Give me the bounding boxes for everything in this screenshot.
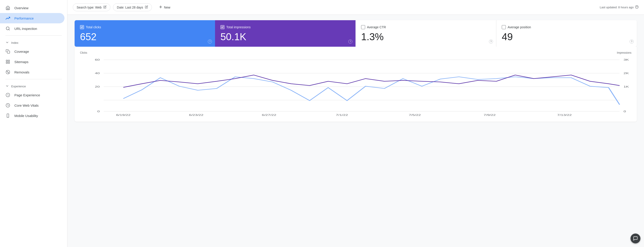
sidebar-item-core-web-vitals[interactable]: Core Web Vitals bbox=[0, 100, 64, 110]
svg-text:7/9/22: 7/9/22 bbox=[484, 114, 496, 117]
total-clicks-value: 652 bbox=[80, 31, 210, 42]
sitemaps-icon bbox=[6, 59, 10, 64]
topbar: Search type: Web Date: Last 28 days bbox=[68, 0, 644, 15]
feedback-button[interactable] bbox=[630, 234, 640, 244]
svg-line-1 bbox=[9, 29, 10, 30]
sidebar-item-overview-label: Overview bbox=[14, 6, 28, 10]
sidebar-item-mobile-usability[interactable]: Mobile Usability bbox=[0, 110, 64, 121]
sidebar-item-url-inspection[interactable]: URL inspection bbox=[0, 23, 64, 34]
svg-text:7/5/22: 7/5/22 bbox=[409, 114, 421, 117]
removals-icon bbox=[6, 70, 10, 74]
chart-wrapper: 60 40 20 0 3K 2K 1K 0 6/19/22 6/23/22 6/… bbox=[80, 55, 632, 118]
search-type-filter[interactable]: Search type: Web bbox=[73, 3, 110, 11]
sidebar-divider-1 bbox=[6, 35, 62, 36]
metrics-row: Total clicks 652 ? Total impressions 50.… bbox=[74, 20, 637, 47]
sidebar-item-page-experience[interactable]: Page Experience bbox=[0, 90, 64, 100]
sidebar-item-sitemaps-label: Sitemaps bbox=[14, 60, 28, 64]
svg-rect-5 bbox=[8, 62, 10, 63]
chevron-down-icon-2 bbox=[6, 84, 9, 88]
edit-icon-2 bbox=[145, 5, 148, 9]
sidebar-item-page-experience-label: Page Experience bbox=[14, 93, 40, 97]
search-type-filter-label: Search type: Web bbox=[76, 5, 102, 9]
svg-text:3K: 3K bbox=[624, 59, 629, 61]
metric-average-ctr-label-row: Average CTR bbox=[361, 25, 491, 29]
plus-icon bbox=[159, 5, 163, 10]
svg-text:6/27/22: 6/27/22 bbox=[262, 114, 276, 117]
metric-average-ctr[interactable]: Average CTR 1.3% ? bbox=[356, 20, 496, 47]
new-button[interactable]: New bbox=[154, 3, 174, 11]
mobile-usability-icon bbox=[6, 113, 10, 118]
sidebar-item-performance-label: Performance bbox=[14, 16, 34, 20]
average-position-value: 49 bbox=[502, 31, 632, 42]
svg-rect-3 bbox=[6, 60, 8, 61]
sidebar-item-overview[interactable]: Overview bbox=[0, 3, 64, 13]
last-updated: Last updated: 8 hours ago bbox=[600, 5, 638, 9]
svg-text:7/1/22: 7/1/22 bbox=[336, 114, 348, 117]
total-impressions-label: Total impressions bbox=[226, 25, 250, 29]
sidebar-divider-2 bbox=[6, 79, 62, 79]
average-position-help[interactable]: ? bbox=[630, 39, 634, 43]
svg-text:1K: 1K bbox=[624, 86, 629, 88]
chart-y-label-clicks: Clicks bbox=[80, 51, 87, 54]
feedback-icon bbox=[633, 236, 638, 241]
chart-container: Clicks Impressions 60 40 20 0 bbox=[74, 47, 637, 122]
sidebar-item-performance[interactable]: Performance bbox=[0, 13, 64, 23]
sidebar-item-removals-label: Removals bbox=[14, 70, 30, 74]
sidebar-section-index-label: Index bbox=[11, 41, 18, 44]
total-impressions-help[interactable]: ? bbox=[348, 39, 352, 43]
chart-y-label-impressions: Impressions bbox=[617, 51, 632, 54]
average-position-label: Average position bbox=[508, 25, 531, 29]
last-updated-text: Last updated: 8 hours ago bbox=[600, 5, 634, 9]
svg-rect-2 bbox=[8, 51, 10, 53]
svg-text:2K: 2K bbox=[624, 72, 629, 75]
performance-chart: 60 40 20 0 3K 2K 1K 0 6/19/22 6/23/22 6/… bbox=[80, 55, 632, 118]
average-ctr-label: Average CTR bbox=[367, 25, 386, 29]
metric-average-position[interactable]: Average position 49 ? bbox=[496, 20, 637, 47]
sidebar-item-mobile-usability-label: Mobile Usability bbox=[14, 114, 38, 118]
home-icon bbox=[6, 5, 10, 10]
average-ctr-checkbox[interactable] bbox=[361, 25, 365, 29]
metric-total-impressions[interactable]: Total impressions 50.1K ? bbox=[215, 20, 356, 47]
main-content: Search type: Web Date: Last 28 days bbox=[68, 0, 644, 247]
sidebar-section-experience-label: Experience bbox=[11, 85, 26, 88]
svg-text:20: 20 bbox=[95, 86, 100, 88]
svg-text:40: 40 bbox=[95, 72, 100, 75]
sidebar-item-coverage[interactable]: Coverage bbox=[0, 46, 64, 57]
svg-rect-6 bbox=[6, 62, 8, 63]
average-ctr-value: 1.3% bbox=[361, 31, 491, 42]
svg-text:0: 0 bbox=[97, 110, 100, 113]
help-icon bbox=[635, 5, 638, 9]
total-clicks-checkbox[interactable] bbox=[80, 25, 84, 29]
sidebar-item-sitemaps[interactable]: Sitemaps bbox=[0, 57, 64, 67]
date-filter-label: Date: Last 28 days bbox=[117, 5, 143, 9]
svg-rect-11 bbox=[7, 114, 9, 118]
svg-text:7/13/22: 7/13/22 bbox=[557, 114, 572, 117]
sidebar-item-coverage-label: Coverage bbox=[14, 50, 29, 53]
total-clicks-help[interactable]: ? bbox=[208, 39, 212, 43]
svg-text:60: 60 bbox=[95, 59, 100, 61]
sidebar-item-core-web-vitals-label: Core Web Vitals bbox=[14, 103, 39, 107]
trending-up-icon bbox=[6, 16, 10, 21]
search-icon bbox=[6, 26, 10, 31]
edit-icon bbox=[103, 5, 106, 9]
sidebar-item-url-inspection-label: URL inspection bbox=[14, 27, 37, 30]
copy-icon bbox=[6, 49, 10, 54]
date-filter[interactable]: Date: Last 28 days bbox=[113, 3, 152, 11]
average-ctr-help[interactable]: ? bbox=[489, 39, 493, 43]
total-impressions-checkbox[interactable] bbox=[220, 25, 224, 29]
svg-rect-4 bbox=[8, 60, 10, 61]
chart-header: Clicks Impressions bbox=[80, 51, 632, 54]
sidebar-item-removals[interactable]: Removals bbox=[0, 67, 64, 77]
page-experience-icon bbox=[6, 92, 10, 97]
new-button-label: New bbox=[164, 5, 170, 9]
total-impressions-value: 50.1K bbox=[220, 31, 350, 42]
total-clicks-label: Total clicks bbox=[86, 25, 101, 29]
svg-text:6/23/22: 6/23/22 bbox=[189, 114, 203, 117]
sidebar-section-experience[interactable]: Experience bbox=[0, 81, 67, 90]
metric-total-clicks-label-row: Total clicks bbox=[80, 25, 210, 29]
average-position-checkbox[interactable] bbox=[502, 25, 506, 29]
sidebar-section-index[interactable]: Index bbox=[0, 37, 67, 46]
svg-text:0: 0 bbox=[624, 110, 626, 113]
metric-total-impressions-label-row: Total impressions bbox=[220, 25, 350, 29]
metric-total-clicks[interactable]: Total clicks 652 ? bbox=[74, 20, 215, 47]
